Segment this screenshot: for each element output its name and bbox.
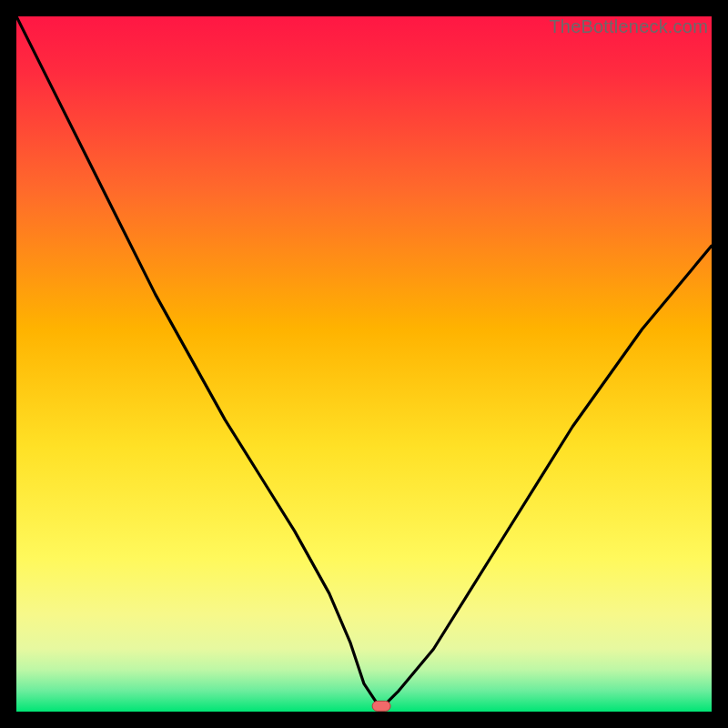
chart-svg [16,16,712,712]
chart-frame: TheBottleneck.com [16,16,712,712]
plot-area [16,16,712,712]
watermark-text: TheBottleneck.com [549,16,708,37]
gradient-bg [16,16,712,712]
optimal-marker [372,701,390,711]
